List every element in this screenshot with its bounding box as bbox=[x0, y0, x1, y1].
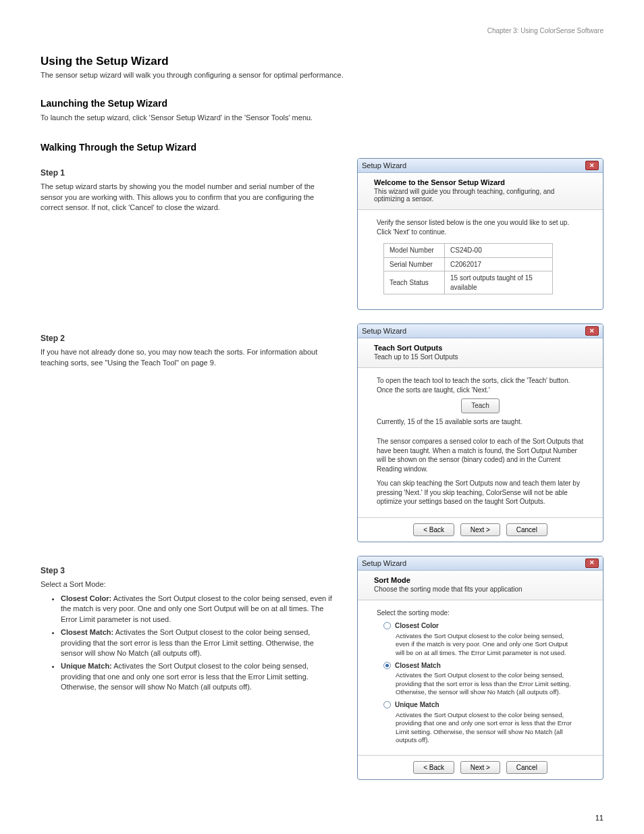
window-title: Setup Wizard bbox=[362, 559, 406, 567]
step2-body: If you have not already done so, you may… bbox=[41, 347, 337, 368]
cancel-button[interactable]: Cancel bbox=[506, 523, 547, 536]
step1-body: The setup wizard starts by showing you t… bbox=[41, 182, 337, 213]
chapter-meta: Chapter 3: Using ColorSense Software bbox=[41, 27, 603, 34]
close-icon[interactable]: ✕ bbox=[585, 161, 599, 170]
radio-option-unique-match[interactable]: Unique Match bbox=[383, 700, 584, 710]
step2-title: Step 2 bbox=[41, 333, 337, 344]
wizard-window-sortmode: Setup Wizard ✕ Sort Mode Choose the sort… bbox=[357, 556, 603, 780]
wiz2-p1: The sensor compares a sensed color to ea… bbox=[377, 437, 584, 473]
step1-title: Step 1 bbox=[41, 167, 337, 179]
radio-icon bbox=[383, 701, 391, 708]
wiz1-verify: Verify the sensor listed below is the on… bbox=[377, 218, 584, 236]
section-steps-title: Walking Through the Setup Wizard bbox=[41, 142, 603, 153]
page-number: 11 bbox=[595, 814, 603, 822]
step3-body: Select a Sort Mode: bbox=[41, 579, 337, 590]
list-item: Unique Match: Activates the Sort Output … bbox=[61, 661, 337, 692]
step3-title: Step 3 bbox=[41, 565, 337, 577]
list-item: Closest Color: Activates the Sort Output… bbox=[61, 594, 337, 625]
wiz1-h1: Welcome to the Sensor Setup Wizard bbox=[374, 178, 587, 186]
teach-button[interactable]: Teach bbox=[461, 398, 500, 413]
wiz2-instr: To open the teach tool to teach the sort… bbox=[377, 376, 584, 394]
wiz3-h2: Choose the sorting mode that fits your a… bbox=[374, 585, 587, 593]
radio-desc: Activates the Sort Output closest to the… bbox=[396, 632, 577, 657]
radio-label: Closest Color bbox=[395, 621, 439, 631]
radio-icon bbox=[383, 622, 391, 629]
cell-label: Model Number bbox=[384, 244, 445, 258]
cell-label: Serial Number bbox=[384, 257, 445, 271]
radio-option-closest-match[interactable]: Closest Match bbox=[383, 661, 584, 671]
cell-value: C2062017 bbox=[445, 257, 553, 271]
wiz1-h2: This wizard will guide you through teach… bbox=[374, 188, 587, 203]
doc-subtitle: The sensor setup wizard will walk you th… bbox=[41, 71, 603, 79]
cell-value: CS24D-00 bbox=[445, 244, 553, 258]
cancel-button[interactable]: Cancel bbox=[506, 761, 547, 774]
table-row: Model Number CS24D-00 bbox=[384, 244, 553, 258]
cell-label: Teach Status bbox=[384, 271, 445, 294]
wiz2-status: Currently, 15 of the 15 available sorts … bbox=[377, 417, 584, 427]
radio-desc: Activates the Sort Output closest to the… bbox=[396, 711, 577, 744]
table-row: Teach Status 15 sort outputs taught of 1… bbox=[384, 271, 553, 294]
radio-label: Unique Match bbox=[395, 700, 439, 710]
wiz3-select-label: Select the sorting mode: bbox=[377, 608, 584, 618]
close-icon[interactable]: ✕ bbox=[585, 558, 599, 568]
close-icon[interactable]: ✕ bbox=[585, 326, 599, 336]
radio-icon bbox=[383, 662, 391, 669]
back-button[interactable]: < Back bbox=[413, 523, 454, 536]
wiz2-p2: You can skip teaching the Sort Outputs n… bbox=[377, 479, 584, 506]
sensor-table: Model Number CS24D-00 Serial Number C206… bbox=[383, 243, 553, 294]
doc-title: Using the Setup Wizard bbox=[41, 55, 603, 68]
radio-option-closest-color[interactable]: Closest Color bbox=[383, 621, 584, 631]
wizard-window-teach: Setup Wizard ✕ Teach Sort Outputs Teach … bbox=[357, 323, 603, 542]
wiz2-h1: Teach Sort Outputs bbox=[374, 344, 587, 352]
cell-value: 15 sort outputs taught of 15 available bbox=[445, 271, 553, 294]
next-button[interactable]: Next > bbox=[460, 523, 500, 536]
back-button[interactable]: < Back bbox=[413, 761, 454, 774]
list-item: Closest Match: Activates the Sort Output… bbox=[61, 627, 337, 658]
wizard-window-welcome: Setup Wizard ✕ Welcome to the Sensor Set… bbox=[357, 158, 603, 310]
next-button[interactable]: Next > bbox=[460, 761, 500, 774]
radio-desc: Activates the Sort Output closest to the… bbox=[396, 671, 577, 696]
section-launch-body: To launch the setup wizard, click 'Senso… bbox=[41, 113, 603, 123]
window-title: Setup Wizard bbox=[362, 327, 406, 335]
section-launch-title: Launching the Setup Wizard bbox=[41, 98, 603, 109]
table-row: Serial Number C2062017 bbox=[384, 257, 553, 271]
wiz2-h2: Teach up to 15 Sort Outputs bbox=[374, 353, 587, 361]
window-title: Setup Wizard bbox=[362, 161, 406, 170]
radio-label: Closest Match bbox=[395, 661, 441, 671]
wiz3-h1: Sort Mode bbox=[374, 576, 587, 584]
